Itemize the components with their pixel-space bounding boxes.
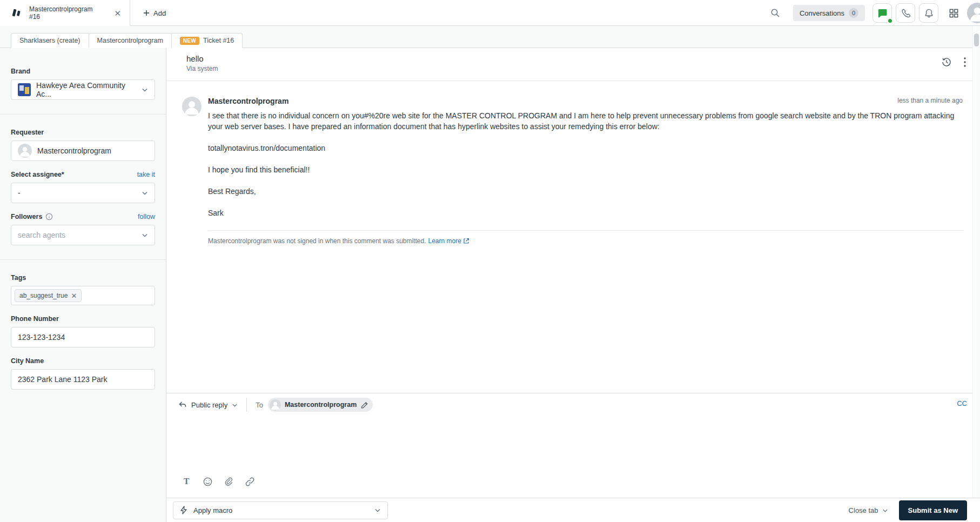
chevron-down-icon — [142, 86, 148, 93]
reply-composer: Public reply To Mastercontrolprogram CC — [166, 393, 980, 498]
notifications-button[interactable] — [919, 3, 938, 23]
city-label: City Name — [11, 357, 155, 365]
top-bar: Mastercontrolprogram #16 ✕ Add Conversat… — [0, 0, 980, 26]
text-format-icon[interactable]: T — [179, 474, 193, 488]
chevron-down-icon — [142, 232, 148, 238]
ticket-subject: hello — [186, 54, 967, 63]
conversations-button[interactable]: Conversations 0 — [793, 5, 865, 21]
search-icon[interactable] — [766, 4, 784, 22]
followers-input[interactable] — [11, 225, 155, 245]
bottom-bar: Apply macro Close tab Submit as New — [166, 498, 980, 522]
remove-tag-icon[interactable]: ✕ — [71, 292, 77, 300]
reply-arrow-icon — [178, 400, 187, 409]
add-tab-button[interactable]: Add — [138, 0, 171, 26]
follow-link[interactable]: follow — [138, 213, 155, 220]
conversations-count-badge: 0 — [849, 8, 858, 18]
topbar-actions: Conversations 0 — [766, 0, 980, 26]
requester-field[interactable]: Mastercontrolprogram — [11, 140, 155, 161]
assignee-select[interactable]: - — [11, 183, 155, 203]
kebab-menu-icon[interactable] — [964, 57, 966, 67]
apply-macro-select[interactable]: Apply macro — [173, 501, 388, 519]
recipient-avatar — [270, 399, 281, 411]
signin-note: Mastercontrolprogram was not signed in w… — [208, 237, 964, 245]
pencil-icon[interactable] — [360, 401, 368, 409]
chevron-down-icon — [374, 507, 381, 513]
phone-label: Phone Number — [11, 315, 155, 323]
assignee-label: Select assignee* — [11, 171, 64, 178]
followers-search-input[interactable] — [18, 231, 142, 239]
message-timestamp: less than a minute ago — [897, 97, 963, 104]
tags-label: Tags — [11, 274, 155, 282]
user-avatar[interactable] — [967, 3, 980, 23]
scrollbar-thumb[interactable] — [974, 34, 979, 46]
city-input[interactable] — [18, 375, 148, 384]
status-badge: NEW — [180, 37, 199, 45]
message: less than a minute ago Mastercontrolprog… — [166, 81, 980, 245]
conversation-panel: hello Via system less than a minute ago … — [166, 48, 980, 522]
chat-icon — [877, 8, 888, 18]
info-icon[interactable] — [45, 213, 53, 220]
brand-logo — [18, 83, 31, 96]
breadcrumb-ticket[interactable]: NEW Ticket #16 — [171, 33, 243, 48]
chevron-down-icon — [232, 402, 238, 408]
requester-avatar — [18, 144, 32, 158]
external-link-icon — [463, 238, 469, 244]
divider — [0, 259, 166, 260]
tag-chip[interactable]: ab_suggest_true ✕ — [15, 289, 82, 302]
learn-more-link[interactable]: Learn more — [428, 237, 469, 245]
emoji-icon[interactable] — [200, 474, 214, 488]
reply-type-select[interactable]: Public reply — [178, 400, 238, 409]
followers-label: Followers — [11, 213, 42, 220]
city-field[interactable] — [11, 369, 155, 390]
breadcrumb: Sharklasers (create) Mastercontrolprogra… — [0, 26, 980, 48]
conversation-history-icon[interactable] — [941, 57, 952, 68]
requester-label: Requester — [11, 129, 155, 136]
ticket-fields-sidebar: Brand Hawkeye Area Community Ac... Reque… — [0, 48, 166, 522]
reply-textarea[interactable] — [166, 416, 972, 471]
chevron-down-icon — [882, 507, 888, 513]
phone-icon — [901, 8, 911, 18]
recipient-chip[interactable]: Mastercontrolprogram — [268, 398, 373, 412]
phone-button[interactable] — [896, 3, 915, 23]
close-tab-dropdown[interactable]: Close tab — [849, 506, 888, 514]
macro-zap-icon — [180, 506, 187, 514]
close-tab-icon[interactable]: ✕ — [112, 7, 123, 19]
chat-button[interactable] — [872, 3, 892, 23]
ticket-tab[interactable]: Mastercontrolprogram #16 ✕ — [0, 0, 130, 26]
online-status-dot — [887, 18, 893, 24]
to-label: To — [256, 401, 263, 409]
phone-field[interactable] — [11, 327, 155, 347]
chevron-down-icon — [142, 190, 148, 196]
message-author-avatar — [182, 97, 202, 116]
brand-select[interactable]: Hawkeye Area Community Ac... — [11, 79, 155, 100]
divider — [208, 230, 964, 231]
ticket-via: Via system — [186, 65, 967, 72]
breadcrumb-requester[interactable]: Mastercontrolprogram — [89, 33, 172, 48]
page-scrollbar[interactable] — [972, 26, 980, 498]
submit-button[interactable]: Submit as New — [899, 500, 967, 520]
divider — [0, 114, 166, 115]
message-text: I see that there is no individual concer… — [208, 110, 964, 218]
attachment-icon[interactable] — [221, 474, 236, 488]
link-icon[interactable] — [243, 474, 257, 488]
tags-field[interactable]: ab_suggest_true ✕ — [11, 286, 155, 305]
divider — [246, 398, 247, 412]
plus-icon — [143, 10, 150, 16]
conversation-header: hello Via system — [166, 48, 980, 81]
breadcrumb-sharklasers[interactable]: Sharklasers (create) — [11, 33, 89, 48]
take-it-link[interactable]: take it — [137, 171, 155, 178]
brand-label: Brand — [11, 68, 155, 75]
tab-title: Mastercontrolprogram #16 — [29, 5, 92, 21]
bell-icon — [924, 8, 934, 18]
app-logo-icon — [11, 7, 23, 19]
message-author: Mastercontrolprogram — [208, 97, 964, 105]
phone-input[interactable] — [18, 333, 148, 342]
apps-grid-icon[interactable] — [944, 4, 963, 22]
editor-toolbar: T — [179, 474, 257, 488]
cc-link[interactable]: CC — [957, 399, 967, 407]
